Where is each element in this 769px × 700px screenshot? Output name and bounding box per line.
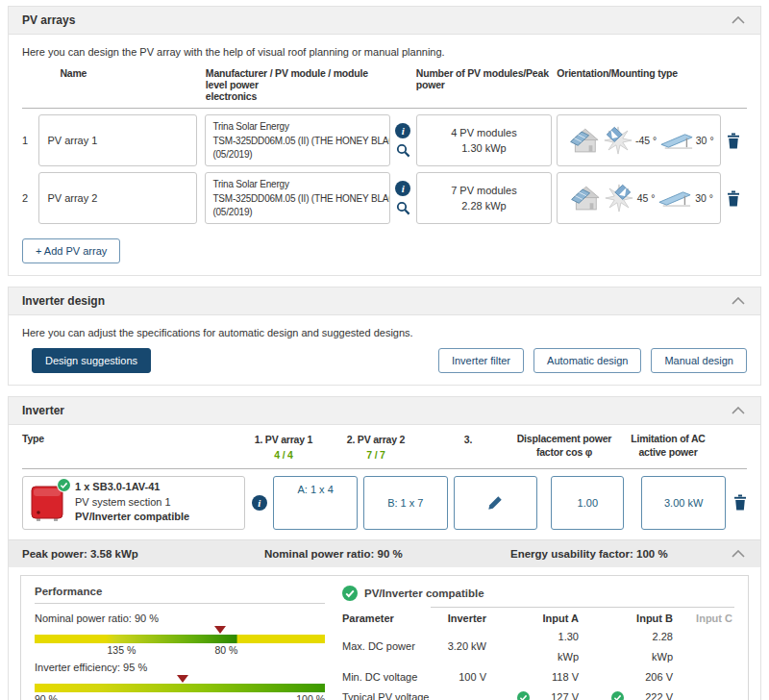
inverter-design-header[interactable]: Inverter design <box>9 288 760 315</box>
design-suggestions-button[interactable]: Design suggestions <box>32 348 151 373</box>
chevron-up-icon[interactable] <box>730 295 747 307</box>
input-a-box[interactable]: A: 1 x 4 <box>273 476 358 530</box>
input-b-box[interactable]: B: 1 x 7 <box>363 476 448 530</box>
cos-phi-box[interactable]: 1.00 <box>551 476 624 530</box>
inverter-model: 1 x SB3.0-1AV-41 <box>75 480 189 494</box>
inverter-title: Inverter <box>22 404 64 417</box>
pv-arrays-header[interactable]: PV arrays <box>9 7 760 35</box>
delete-inverter-icon[interactable] <box>733 494 747 511</box>
gauge1-left-label: 135 % <box>108 644 136 656</box>
inverter-filter-button[interactable]: Inverter filter <box>438 348 524 373</box>
col-manufacturer: Manufacturer / PV module / module level … <box>206 67 390 90</box>
col-input-a: Input A <box>500 610 594 627</box>
compat-row: Typical PV voltage 127 V 222 V <box>342 688 734 700</box>
row-index: 1 <box>22 114 38 166</box>
compass-orientation-icon <box>603 125 633 156</box>
check-circle-icon <box>517 691 530 700</box>
inverter-details-panel: Performance Nominal power ratio: 90 % 13… <box>20 575 749 700</box>
azimuth-value: 45 ° <box>637 192 656 204</box>
info-icon[interactable]: i <box>395 123 410 138</box>
pencil-icon <box>487 495 503 511</box>
info-icon[interactable]: i <box>252 495 267 511</box>
gauge-marker <box>177 675 188 683</box>
roof-planning-icon <box>564 183 601 214</box>
compatibility-panel: PV/Inverter compatible Parameter Inverte… <box>342 586 734 700</box>
array2-count: 7 / 7 <box>330 448 422 463</box>
gauge2-left-label: 90 % <box>35 693 58 700</box>
search-icon[interactable] <box>396 143 410 158</box>
chevron-up-icon[interactable] <box>730 548 747 560</box>
pv-array-row: 1 PV array 1 Trina Solar Energy TSM-325D… <box>22 114 747 166</box>
inverter-design-section: Inverter design Here you can adjust the … <box>8 287 761 386</box>
module-count-box[interactable]: 7 PV modules 2.28 kWp <box>416 172 552 224</box>
pv-table-header: Name Manufacturer / PV module / module l… <box>22 67 747 109</box>
col-third: 3. <box>422 433 514 463</box>
inverter-efficiency-gauge <box>35 684 325 692</box>
input-3-box[interactable] <box>454 476 538 530</box>
peak-power: Peak power: 3.58 kWp <box>22 548 264 560</box>
manual-design-button[interactable]: Manual design <box>651 348 747 373</box>
pv-array-row: 2 PV array 2 Trina Solar Energy TSM-325D… <box>22 172 747 224</box>
compat-row: Min. DC voltage 100 V 118 V 206 V <box>342 667 734 688</box>
nominal-power-ratio-gauge <box>35 635 325 643</box>
chevron-up-icon[interactable] <box>730 14 747 26</box>
col-type: Type <box>22 433 237 463</box>
orientation-box[interactable]: 45 ° 30 ° <box>557 172 721 224</box>
roof-planning-icon <box>563 125 600 157</box>
row-index: 2 <box>22 172 38 224</box>
automatic-design-button[interactable]: Automatic design <box>533 348 641 373</box>
check-circle-icon <box>611 691 624 700</box>
delete-array-icon[interactable] <box>721 114 747 166</box>
col-input-b: Input B <box>594 610 688 627</box>
compass-orientation-icon <box>604 183 634 213</box>
gauge-marker <box>214 626 226 634</box>
col-name: Name <box>38 67 197 102</box>
col-ac-limit: Limitation of AC <box>614 433 722 446</box>
performance-panel: Performance Nominal power ratio: 90 % 13… <box>35 586 325 700</box>
compat-table-header: Parameter Inverter Input A Input B Input… <box>342 610 734 627</box>
energy-usability-factor: Energy usability factor: 100 % <box>510 548 730 560</box>
array-name-field[interactable]: PV array 2 <box>38 172 197 224</box>
azimuth-value: -45 ° <box>635 135 657 146</box>
module-select-box[interactable]: Trina Solar Energy TSM-325DD06M.05 (II) … <box>205 172 389 224</box>
inverter-header[interactable]: Inverter <box>9 397 760 425</box>
add-pv-array-button[interactable]: + Add PV array <box>22 238 120 263</box>
inverter-design-title: Inverter design <box>22 294 105 308</box>
inverter-row: 1 x SB3.0-1AV-41 PV system section 1 PV/… <box>22 476 747 530</box>
pv-arrays-section: PV arrays Here you can design the PV arr… <box>8 6 761 276</box>
col-parameter: Parameter <box>342 610 431 627</box>
pv-arrays-intro: Here you can design the PV array with th… <box>22 46 747 58</box>
tilt-value: 30 ° <box>696 135 714 146</box>
inverter-section: Inverter Type 1. PV array 1 4 / 4 2. PV … <box>8 396 761 700</box>
compat-row: Max. DC power 3.20 kW 1.30 kWp 2.28 kWp <box>342 627 734 667</box>
module-count-box[interactable]: 4 PV modules 1.30 kWp <box>416 114 552 166</box>
tilt-value: 30 ° <box>695 192 713 204</box>
array-name-field[interactable]: PV array 1 <box>38 114 197 166</box>
info-icon[interactable]: i <box>395 181 410 196</box>
orientation-box[interactable]: -45 ° 30 ° <box>557 114 721 166</box>
col-input-c: Input C <box>688 610 734 627</box>
search-icon[interactable] <box>396 201 410 215</box>
array1-count: 4 / 4 <box>237 448 330 463</box>
col-inverter: Inverter <box>431 610 500 627</box>
performance-title: Performance <box>35 586 325 604</box>
inverter-type-box[interactable]: 1 x SB3.0-1AV-41 PV system section 1 PV/… <box>22 476 245 530</box>
nominal-power-ratio-label: Nominal power ratio: 90 % <box>35 612 325 624</box>
inverter-device-image <box>29 481 69 525</box>
inverter-efficiency-label: Inverter efficiency: 95 % <box>35 662 325 673</box>
ac-limit-box[interactable]: 3.00 kW <box>641 476 726 530</box>
inverter-summary-bar[interactable]: Peak power: 3.58 kWp Nominal power ratio… <box>9 539 760 567</box>
compatibility-title: PV/Inverter compatible <box>364 588 484 599</box>
col-cos-phi: Displacement power <box>514 433 614 446</box>
col-orientation: Orientation/Mounting type <box>557 67 721 102</box>
chevron-up-icon[interactable] <box>730 405 747 416</box>
delete-array-icon[interactable] <box>721 172 747 224</box>
module-select-box[interactable]: Trina Solar Energy TSM-325DD06M.05 (II) … <box>205 114 389 166</box>
inverter-status: PV/Inverter compatible <box>75 510 189 524</box>
check-circle-icon <box>342 586 358 601</box>
col-array1: 1. PV array 1 <box>237 433 330 448</box>
tilt-icon <box>659 130 694 152</box>
nominal-power-ratio: Nominal power ratio: 90 % <box>264 548 510 560</box>
col-count: Number of PV modules/Peak power <box>416 67 552 102</box>
gauge1-right-label: 80 % <box>214 644 237 656</box>
